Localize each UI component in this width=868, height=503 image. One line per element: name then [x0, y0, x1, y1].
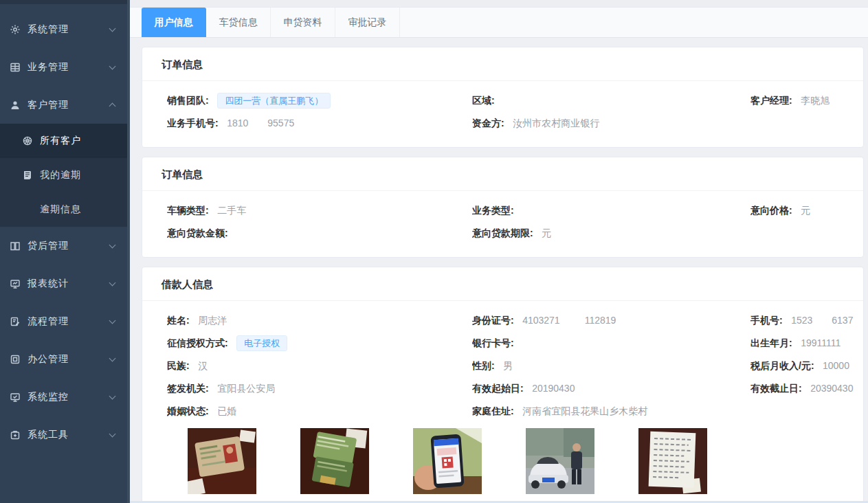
sidebar-item-my-overdue[interactable]: 我的逾期: [0, 158, 130, 192]
field-label: 销售团队:: [167, 95, 209, 106]
content-scroll-area[interactable]: 订单信息 销售团队: 四团一营（直属王鹏飞） 区域: 客户经理:: [130, 38, 868, 503]
sidebar-item-label: 业务管理: [27, 61, 110, 74]
sidebar-item-label: 我的逾期: [40, 169, 120, 181]
field-value: 20390430: [810, 383, 853, 394]
book-icon: [10, 241, 21, 252]
photo-item: 征信授权: [413, 428, 482, 503]
credit-auth-tag: 电子授权: [236, 335, 287, 352]
field-label: 税后月收入/元:: [750, 360, 814, 371]
field-label: 性别:: [472, 360, 495, 371]
sidebar-item-system-management[interactable]: 系统管理: [0, 10, 130, 48]
sales-team-tag[interactable]: 四团一营（直属王鹏飞）: [217, 93, 331, 109]
sidebar-item-label: 逾期信息: [40, 203, 120, 216]
field-value: 汉: [198, 360, 208, 371]
grid-icon: [10, 62, 21, 73]
field-value: 元: [542, 227, 551, 238]
card-title: 借款人信息: [142, 267, 863, 301]
sidebar-item-label: 报表统计: [27, 278, 110, 290]
person-car-photo[interactable]: [526, 428, 594, 494]
field-label: 有效起始日:: [472, 383, 524, 394]
vehicle-info-card: 订单信息 车辆类型: 二手车 业务类型: 意向价格: 元: [142, 157, 864, 258]
card-title: 订单信息: [142, 47, 863, 81]
tab-label: 用户信息: [155, 16, 193, 29]
sidebar-item-label: 办公管理: [27, 353, 110, 366]
sidebar-item-workflow-management[interactable]: 流程管理: [0, 302, 130, 340]
wheel-icon: [22, 135, 33, 146]
sidebar-item-label: 流程管理: [27, 315, 110, 328]
tab-car-loan-info[interactable]: 车贷信息: [206, 8, 271, 37]
redaction-patch: [560, 317, 585, 325]
chevron-down-icon: [109, 279, 116, 286]
sidebar-item-label: 所有客户: [40, 135, 120, 147]
field-label: 车辆类型:: [167, 205, 209, 216]
gear-icon: [10, 24, 21, 35]
photo-item: 其他材料: [638, 428, 707, 503]
sidebar-item-label: 系统工具: [27, 429, 110, 441]
sidebar-item-system-monitor[interactable]: 系统监控: [0, 378, 130, 416]
office-icon: [10, 354, 21, 365]
field-label: 民族:: [167, 360, 190, 371]
credit-auth-photo[interactable]: [413, 428, 482, 494]
field-label: 银行卡号:: [472, 337, 514, 348]
chevron-up-icon: [109, 103, 116, 110]
field-label: 身份证号:: [472, 315, 514, 326]
field-label: 征信授权方式:: [167, 337, 228, 348]
license-photo[interactable]: [300, 428, 369, 494]
field-value: 河南省宜阳县花果山乡木柴村: [522, 405, 647, 416]
detail-tabs: 用户信息 车贷信息 申贷资料 审批记录: [130, 7, 868, 38]
photo-item: 驾驶证副页: [300, 428, 369, 503]
field-label: 有效截止日:: [750, 383, 802, 394]
chevron-down-icon: [109, 392, 116, 399]
field-value: 周志洋: [198, 315, 227, 326]
field-value: 元: [801, 205, 810, 216]
field-value: 19911111: [801, 337, 841, 348]
sidebar-item-overdue-info[interactable]: 逾期信息: [0, 192, 130, 227]
sidebar-item-label: 系统监控: [27, 391, 110, 403]
tab-user-info[interactable]: 用户信息: [142, 8, 206, 37]
main-area: 用户信息 车贷信息 申贷资料 审批记录 订单信息 销售团队: 四团一营（直属王鹏…: [130, 0, 868, 503]
field-label: 签发机关:: [167, 383, 209, 394]
user-icon: [10, 100, 21, 111]
chevron-down-icon: [109, 63, 116, 69]
field-value: 汝州市农村商业银行: [513, 118, 599, 128]
monitor-icon: [10, 278, 21, 289]
sidebar-item-label: 客户管理: [27, 99, 110, 111]
field-label: 意向贷款金额:: [167, 227, 228, 238]
field-label: 手机号:: [750, 315, 783, 326]
sidebar-item-postloan-management[interactable]: 贷后管理: [0, 227, 130, 265]
sidebar-edge: [127, 0, 130, 503]
app-window: 系统管理 业务管理 客户管理 所有客户: [0, 0, 868, 503]
field-value: 10000: [823, 360, 849, 371]
tab-approval-records[interactable]: 审批记录: [335, 8, 400, 37]
sidebar-item-customer-management[interactable]: 客户管理: [0, 86, 130, 124]
field-label: 业务类型:: [472, 205, 514, 216]
chevron-down-icon: [109, 317, 116, 324]
tab-label: 申贷资料: [284, 16, 322, 29]
chevron-down-icon: [109, 25, 116, 32]
document-photos: 身份证: [142, 428, 863, 503]
field-label: 姓名:: [167, 315, 190, 326]
top-gap: [130, 0, 868, 7]
tab-label: 审批记录: [348, 16, 387, 29]
log-icon: [22, 170, 33, 181]
field-value: 20190430: [532, 383, 575, 394]
other-doc-photo[interactable]: [638, 428, 707, 494]
field-label: 婚姻状态:: [167, 405, 209, 416]
sidebar: 系统管理 业务管理 客户管理 所有客户: [0, 0, 130, 503]
card-title: 订单信息: [142, 157, 863, 191]
tab-loan-application-docs[interactable]: 申贷资料: [271, 8, 335, 37]
workflow-icon: [10, 316, 21, 327]
id-card-photo[interactable]: [188, 428, 256, 494]
photo-item: 身份证: [188, 428, 256, 503]
tab-label: 车贷信息: [219, 16, 258, 29]
sidebar-item-office-management[interactable]: 办公管理: [0, 340, 130, 378]
order-info-card: 订单信息 销售团队: 四团一营（直属王鹏飞） 区域: 客户经理:: [142, 47, 864, 148]
sidebar-submenu-customer: 所有客户 我的逾期 逾期信息: [0, 124, 130, 227]
field-value: 李晓旭: [801, 95, 830, 106]
sidebar-item-business-management[interactable]: 业务管理: [0, 48, 130, 86]
sidebar-item-report-statistics[interactable]: 报表统计: [0, 265, 130, 302]
chevron-down-icon: [109, 430, 116, 437]
sidebar-item-all-customers[interactable]: 所有客户: [0, 124, 130, 158]
field-label: 意向价格:: [750, 205, 792, 216]
sidebar-item-system-tools[interactable]: 系统工具: [0, 416, 130, 454]
